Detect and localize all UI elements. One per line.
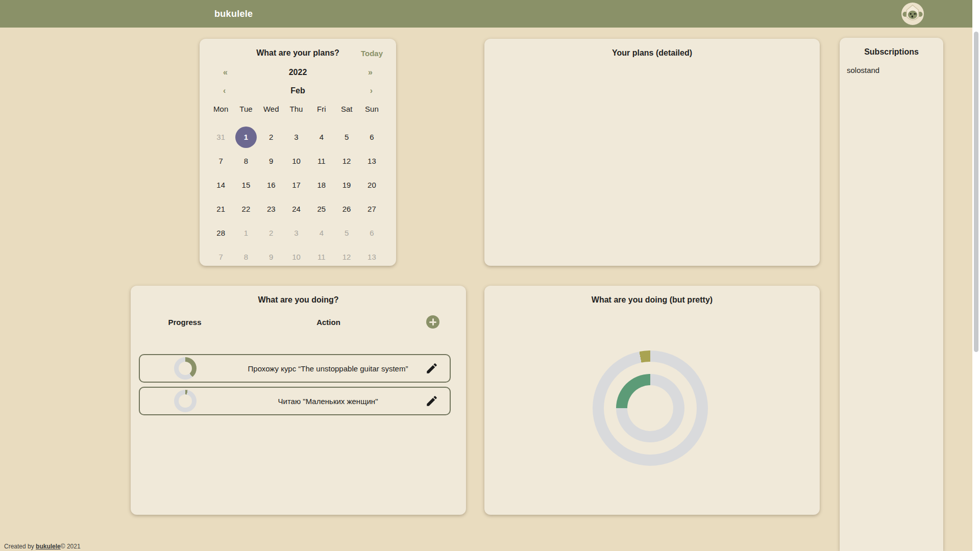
calendar-day[interactable]: 17 [284,173,309,197]
edit-icon[interactable] [425,394,438,408]
calendar-year: 2022 [289,68,307,77]
calendar-day[interactable]: 19 [334,173,359,197]
monkey-avatar-icon [901,3,924,25]
calendar-day[interactable]: 11 [309,149,334,173]
calendar-day-selected[interactable]: 1 [233,125,258,149]
action-row: Читаю "Маленьких женщин" [139,387,451,415]
calendar-day[interactable]: 10 [284,149,309,173]
calendar-day[interactable]: 20 [359,173,384,197]
subscriptions-panel: Subscriptions solostand [840,38,943,551]
calendar-card: What are your plans? Today « 2022 » ‹ Fe… [200,39,396,266]
weekday-label: Sat [334,101,359,116]
edit-icon[interactable] [425,362,438,375]
calendar-day[interactable]: 25 [309,197,334,221]
weekday-label: Tue [233,101,258,116]
doing-title: What are you doing? [131,286,466,305]
progress-rings-chart [593,350,708,466]
calendar-day[interactable]: 9 [259,245,284,269]
calendar-day[interactable]: 2 [259,125,284,149]
calendar-day[interactable]: 23 [259,197,284,221]
calendar-day[interactable]: 28 [208,221,233,245]
calendar-day[interactable]: 5 [334,221,359,245]
action-column-header: Action [231,318,426,327]
user-avatar[interactable] [901,3,924,25]
action-label: Читаю "Маленьких женщин" [231,397,425,406]
calendar-day[interactable]: 12 [334,149,359,173]
calendar-day[interactable]: 1 [233,221,258,245]
calendar-day[interactable]: 18 [309,173,334,197]
calendar-day[interactable]: 5 [334,125,359,149]
next-month-button[interactable]: › [370,86,373,95]
progress-donut [174,390,197,412]
calendar-day[interactable]: 13 [359,149,384,173]
pretty-chart-title: What are you doing (but pretty) [484,286,820,305]
progress-cell [140,357,231,380]
doing-table-header: Progress Action [139,314,451,330]
calendar-month: Feb [290,86,305,95]
calendar-day[interactable]: 7 [208,149,233,173]
progress-cell [140,390,231,412]
weekday-label: Thu [284,101,309,116]
weekday-label: Sun [359,101,384,116]
footer-copyright: © 2021 [61,543,81,550]
weekday-label: Fri [309,101,334,116]
app-header: bukulele [0,0,972,28]
calendar-day[interactable]: 10 [284,245,309,269]
calendar-day[interactable]: 7 [208,245,233,269]
scrollbar-thumb[interactable] [974,32,978,352]
subscriptions-title: Subscriptions [840,38,943,57]
add-action-button[interactable] [426,315,439,329]
footer-author-link[interactable]: bukulele [36,543,61,550]
weekday-label: Wed [259,101,284,116]
doing-card: What are you doing? Progress Action Прох… [131,286,466,515]
pretty-chart-card: What are you doing (but pretty) [484,286,820,515]
calendar-day[interactable]: 8 [233,149,258,173]
calendar-day[interactable]: 26 [334,197,359,221]
calendar-grid: Mon Tue Wed Thu Fri Sat Sun 31 1 2 3 4 5… [208,101,384,269]
app-logo[interactable]: bukulele [214,0,253,28]
calendar-day[interactable]: 6 [359,125,384,149]
today-button[interactable]: Today [361,49,383,58]
calendar-day[interactable]: 15 [233,173,258,197]
progress-donut [174,357,197,380]
calendar-day[interactable]: 27 [359,197,384,221]
calendar-day[interactable]: 2 [259,221,284,245]
calendar-day[interactable]: 21 [208,197,233,221]
plans-detailed-title: Your plans (detailed) [484,39,820,58]
calendar-day[interactable]: 4 [309,221,334,245]
calendar-day[interactable]: 6 [359,221,384,245]
subscription-item[interactable]: solostand [840,57,943,74]
footer: Created by bukulele© 2021 [4,543,81,550]
calendar-day[interactable]: 13 [359,245,384,269]
doing-rows: Прохожу курс “The unstoppable guitar sys… [139,354,451,419]
calendar-day[interactable]: 16 [259,173,284,197]
prev-year-button[interactable]: « [223,68,228,77]
calendar-day[interactable]: 12 [334,245,359,269]
action-label: Прохожу курс “The unstoppable guitar sys… [231,364,425,373]
calendar-day[interactable]: 22 [233,197,258,221]
calendar-day[interactable]: 14 [208,173,233,197]
calendar-day[interactable]: 3 [284,221,309,245]
calendar-day[interactable]: 8 [233,245,258,269]
calendar-day[interactable]: 31 [208,125,233,149]
calendar-day[interactable]: 24 [284,197,309,221]
calendar-day[interactable]: 4 [309,125,334,149]
plans-detailed-card: Your plans (detailed) [484,39,820,266]
weekday-label: Mon [208,101,233,116]
calendar-day[interactable]: 11 [309,245,334,269]
action-row: Прохожу курс “The unstoppable guitar sys… [139,354,451,383]
calendar-day[interactable]: 9 [259,149,284,173]
scrollbar-track [972,0,980,551]
calendar-day[interactable]: 3 [284,125,309,149]
footer-text: Created by [4,543,36,550]
prev-month-button[interactable]: ‹ [223,86,226,95]
progress-column-header: Progress [139,318,231,327]
next-year-button[interactable]: » [368,68,373,77]
